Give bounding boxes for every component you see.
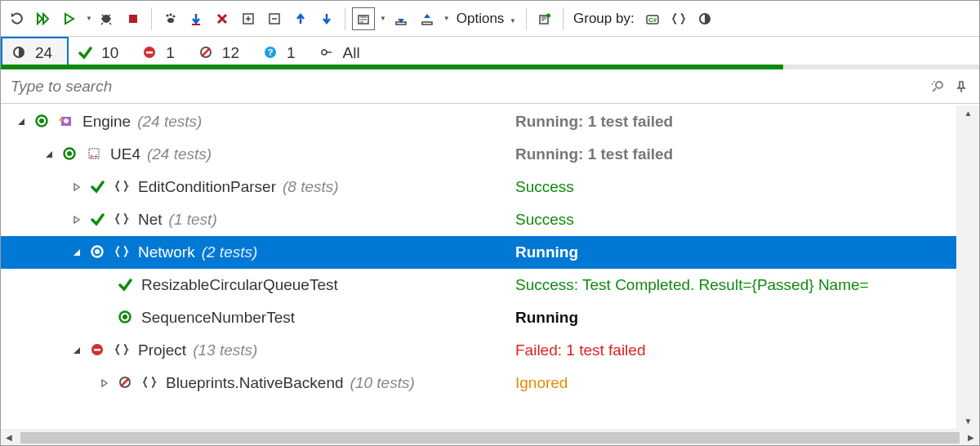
tree-item-count: (8 tests): [283, 178, 339, 196]
pass-icon: [117, 278, 135, 292]
ns-icon: [141, 376, 159, 390]
groupby-namespace-icon[interactable]: [667, 7, 690, 30]
prev-icon[interactable]: [289, 7, 312, 30]
horizontal-scrollbar[interactable]: ◀ ▶: [1, 429, 979, 445]
debug-icon[interactable]: [96, 7, 118, 30]
pass-icon: [89, 212, 107, 227]
search-input[interactable]: [11, 78, 927, 96]
tree-item-status: Ignored: [515, 374, 956, 392]
tree-item-count: (24 tests): [137, 113, 202, 131]
running-icon: [89, 245, 107, 260]
half-circle-icon: [12, 46, 27, 60]
tree-item-label: Network: [138, 243, 195, 261]
tree-item-count: (24 tests): [147, 145, 212, 163]
tree-row[interactable]: Net (1 test)Success: [1, 203, 956, 236]
progress-bar: [1, 65, 979, 69]
groupby-project-icon[interactable]: [641, 7, 664, 30]
tree-item-status: Failed: 1 test failed: [515, 341, 956, 359]
expander-icon[interactable]: [71, 216, 82, 224]
fail-icon: [143, 46, 158, 60]
ns-icon: [114, 245, 131, 260]
ignored-icon: [117, 376, 135, 390]
vertical-scrollbar[interactable]: ▲ ▼: [956, 105, 979, 429]
check-icon: [78, 46, 93, 60]
tree-row[interactable]: Project (13 tests)Failed: 1 test failed: [1, 334, 956, 367]
cpp-icon: [86, 147, 104, 162]
export-icon[interactable]: [416, 7, 439, 30]
tree-row[interactable]: SequenceNumberTestRunning: [1, 301, 956, 334]
expand-icon[interactable]: [237, 7, 260, 30]
ignored-icon: [199, 46, 214, 60]
ns-icon: [114, 343, 131, 358]
tree-item-count: (1 test): [169, 211, 217, 229]
pass-icon: [89, 180, 107, 194]
tree-item-label: UE4: [110, 145, 140, 163]
tree-item-status: Running: 1 test failed: [515, 145, 956, 163]
search-options-icon[interactable]: [927, 75, 950, 98]
run-failed-icon[interactable]: [185, 7, 207, 30]
scroll-down-icon[interactable]: ▼: [964, 413, 973, 429]
ns-icon: [114, 180, 131, 194]
question-icon: [264, 46, 278, 60]
expander-icon[interactable]: [16, 118, 27, 126]
tree-row[interactable]: Engine (24 tests)Running: 1 test failed: [1, 105, 956, 138]
scroll-right-icon[interactable]: ▶: [963, 433, 979, 442]
options-menu[interactable]: Options ▼: [453, 11, 519, 27]
search-bar: [1, 69, 979, 104]
export-dropdown-icon[interactable]: ▼: [443, 15, 450, 22]
sessions-icon: [320, 46, 335, 60]
delete-icon[interactable]: [211, 7, 234, 30]
tree-item-label: ResizableCircularQueueTest: [141, 276, 338, 294]
tree-item-status: Running: 1 test failed: [515, 113, 956, 131]
tree-row[interactable]: UE4 (24 tests)Running: 1 test failed: [1, 138, 956, 171]
tree-item-status: Success: [515, 211, 956, 229]
scroll-left-icon[interactable]: ◀: [1, 433, 17, 442]
stop-icon[interactable]: [122, 7, 145, 30]
scroll-thumb[interactable]: [20, 432, 960, 444]
tree-row[interactable]: EditConditionParser (8 tests)Success: [1, 171, 956, 203]
tree-row[interactable]: Blueprints.NativeBackend (10 tests)Ignor…: [1, 367, 956, 399]
expander-icon[interactable]: [43, 150, 55, 158]
tree-row[interactable]: ResizableCircularQueueTestSuccess: Test …: [1, 269, 956, 301]
tree-item-count: (2 tests): [202, 243, 258, 261]
fail-icon: [89, 343, 107, 358]
run-all-icon[interactable]: [32, 7, 55, 30]
import-icon[interactable]: [390, 7, 412, 30]
tree-item-label: EditConditionParser: [138, 178, 276, 196]
expander-icon[interactable]: [99, 379, 110, 387]
running-icon: [61, 147, 79, 162]
timeline-dropdown-icon[interactable]: ▼: [380, 15, 386, 22]
filter-bar: 24 10 1 12 1 All: [1, 37, 979, 69]
run-dropdown-icon[interactable]: ▼: [86, 15, 92, 22]
timeline-icon[interactable]: [352, 7, 375, 30]
separator: [151, 7, 152, 30]
expander-icon[interactable]: [71, 248, 82, 256]
tree-item-label: SequenceNumberTest: [141, 309, 295, 327]
next-icon[interactable]: [315, 7, 338, 30]
expander-icon[interactable]: [71, 346, 82, 355]
test-tree[interactable]: Engine (24 tests)Running: 1 test failedU…: [1, 105, 956, 429]
groupby-category-icon[interactable]: [693, 7, 716, 30]
run-icon[interactable]: [58, 7, 81, 30]
tree-item-label: Engine: [82, 113, 131, 131]
separator: [526, 7, 527, 30]
running-icon: [33, 114, 51, 129]
tree-item-status: Running: [515, 309, 956, 327]
expander-icon[interactable]: [71, 183, 82, 191]
filter-ignored-count: 12: [222, 44, 239, 62]
tree-item-count: (13 tests): [193, 341, 257, 359]
tree-item-label: Project: [138, 341, 186, 359]
groupby-label: Group by:: [570, 11, 638, 27]
pin-icon[interactable]: [950, 75, 973, 98]
coverage-icon[interactable]: [533, 7, 556, 30]
running-icon: [117, 310, 135, 325]
tree-row[interactable]: Network (2 tests)Running: [1, 236, 956, 269]
test-runner-toolbar: ▼ ▼ ▼ Options ▼ Group by:: [1, 1, 979, 37]
scroll-up-icon[interactable]: ▲: [964, 105, 973, 121]
filter-unknown-count: 1: [287, 44, 296, 62]
rerun-icon[interactable]: [6, 7, 29, 30]
tree-item-count: (10 tests): [350, 374, 415, 392]
track-icon[interactable]: [158, 7, 181, 30]
collapse-icon[interactable]: [263, 7, 286, 30]
separator: [345, 7, 345, 30]
